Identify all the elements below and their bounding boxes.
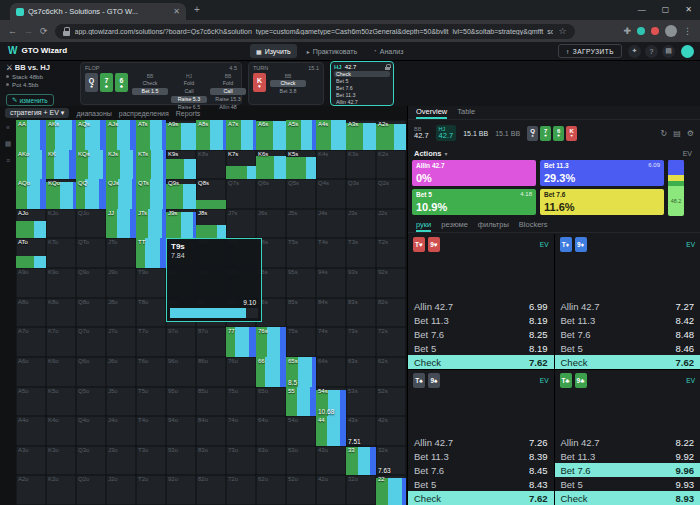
- matrix-cell-T4s[interactable]: T4s: [316, 238, 346, 268]
- matrix-cell-KTs[interactable]: KTs: [136, 150, 166, 180]
- grid-icon[interactable]: ▦: [5, 140, 12, 148]
- matrix-cell-JTs[interactable]: JTs: [136, 209, 166, 239]
- matrix-cell-Q6o[interactable]: Q6o: [76, 357, 106, 387]
- matrix-cell-43o[interactable]: 43o: [316, 446, 346, 476]
- help-icon[interactable]: ?: [645, 45, 658, 58]
- matrix-cell-KK[interactable]: KK: [46, 150, 76, 180]
- matrix-cell-JTo[interactable]: JTo: [106, 238, 136, 268]
- matrix-cell-J2s[interactable]: J2s: [376, 209, 406, 239]
- collapse-icon[interactable]: «: [6, 124, 10, 131]
- chevron-down-icon[interactable]: ▾: [445, 150, 448, 157]
- browser-profile-avatar[interactable]: [665, 25, 677, 37]
- matrix-cell-T5o[interactable]: T5o: [136, 387, 166, 417]
- matrix-cell-53o[interactable]: 53o: [286, 446, 316, 476]
- matrix-cell-A2o[interactable]: A2o: [16, 475, 46, 505]
- matrix-cell-T5s[interactable]: T5s: [286, 238, 316, 268]
- matrix-cell-73s[interactable]: 73s: [346, 327, 376, 357]
- matrix-cell-J4s[interactable]: J4s: [316, 209, 346, 239]
- action-tile-Bet 5[interactable]: Bet 54.1810.9%: [412, 189, 536, 215]
- matrix-cell-A4s[interactable]: A4s: [316, 120, 346, 150]
- matrix-cell-K5o[interactable]: K5o: [46, 387, 76, 417]
- action-chip-Fold[interactable]: Fold: [210, 80, 246, 87]
- matrix-cell-QQ[interactable]: QQ: [76, 179, 106, 209]
- matrix-cell-J5o[interactable]: J5o: [106, 387, 136, 417]
- matrix-cell-76s[interactable]: 76s: [256, 327, 286, 357]
- matrix-cell-JJ[interactable]: JJ: [106, 209, 136, 239]
- matrix-cell-J7o[interactable]: J7o: [106, 327, 136, 357]
- matrix-cell-AJo[interactable]: AJo: [16, 209, 46, 239]
- matrix-cell-K8o[interactable]: K8o: [46, 298, 76, 328]
- matrix-cell-86o[interactable]: 86o: [196, 357, 226, 387]
- matrix-cell-63o[interactable]: 63o: [256, 446, 286, 476]
- edit-spot-button[interactable]: ✎изменить: [6, 94, 54, 106]
- action-chip-Raise 15.3[interactable]: Raise 15.3: [210, 96, 246, 103]
- matrix-cell-QJs[interactable]: QJs: [106, 179, 136, 209]
- matrix-cell-K9o[interactable]: K9o: [46, 268, 76, 298]
- hero-action-Allin 42.7[interactable]: Allin 42.7: [334, 99, 390, 105]
- matrix-cell-94s[interactable]: 94s: [316, 268, 346, 298]
- new-tab-button[interactable]: +: [194, 4, 200, 15]
- matrix-cell-75s[interactable]: 75s: [286, 327, 316, 357]
- back-icon[interactable]: ←: [8, 26, 17, 36]
- maximize-button[interactable]: ▢: [662, 3, 670, 17]
- matrix-cell-QJo[interactable]: QJo: [76, 209, 106, 239]
- hero-action-Bet 11.3[interactable]: Bet 11.3: [334, 92, 390, 98]
- matrix-cell-87o[interactable]: 87o: [196, 327, 226, 357]
- matrix-cell-J6o[interactable]: J6o: [106, 357, 136, 387]
- action-chip-Check[interactable]: Check: [132, 80, 168, 87]
- matrix-cell-KQs[interactable]: KQs: [76, 150, 106, 180]
- matrix-cell-Q4s[interactable]: Q4s: [316, 179, 346, 209]
- matrix-cell-74o[interactable]: 74o: [226, 416, 256, 446]
- matrix-cell-K7o[interactable]: K7o: [46, 327, 76, 357]
- tab-фильтры[interactable]: фильтры: [478, 218, 509, 232]
- hand-card-Ts9s[interactable]: T♠9♠EVAllin 42.77.26Bet 11.38.39Bet 7.68…: [408, 370, 554, 505]
- hand-card-Td9d[interactable]: T♦9♦EVAllin 42.77.27Bet 11.38.42Bet 7.68…: [555, 234, 700, 369]
- action-chip-Bet 3.8[interactable]: Bet 3.8: [270, 88, 306, 95]
- matrix-cell-95s[interactable]: 95s: [286, 268, 316, 298]
- matrix-cell-TT[interactable]: TT: [136, 238, 166, 268]
- browser-menu-icon[interactable]: ⋮: [683, 26, 692, 36]
- reload-icon[interactable]: ⟳: [40, 26, 48, 36]
- matrix-cell-84s[interactable]: 84s: [316, 298, 346, 328]
- user-avatar[interactable]: [681, 45, 694, 58]
- action-chip-Call[interactable]: Call: [210, 88, 246, 95]
- matrix-cell-AJs[interactable]: AJs: [106, 120, 136, 150]
- matrix-cell-T6o[interactable]: T6o: [136, 357, 166, 387]
- matrix-cell-J2o[interactable]: J2o: [106, 475, 136, 505]
- nav-item-Практиковать[interactable]: ▸Практиковать: [301, 44, 363, 58]
- tab-Blockers[interactable]: Blockers: [519, 218, 548, 232]
- matrix-cell-83s[interactable]: 83s: [346, 298, 376, 328]
- matrix-cell-76o[interactable]: 76o: [226, 357, 256, 387]
- matrix-cell-A7o[interactable]: A7o: [16, 327, 46, 357]
- upload-button[interactable]: ↑ЗАГРУЗИТЬ: [558, 44, 622, 58]
- action-tile-Bet 7.6[interactable]: Bet 7.611.6%: [540, 189, 664, 215]
- matrix-cell-AKs[interactable]: AKs: [46, 120, 76, 150]
- ev-toggle[interactable]: EV: [683, 150, 692, 157]
- matrix-cell-Q3o[interactable]: Q3o: [76, 446, 106, 476]
- matrix-cell-KQo[interactable]: KQo: [46, 179, 76, 209]
- matrix-cell-A6o[interactable]: A6o: [16, 357, 46, 387]
- matrix-cell-A8s[interactable]: A8s: [196, 120, 226, 150]
- hero-action-Check[interactable]: Check: [334, 71, 390, 77]
- matrix-cell-T2s[interactable]: T2s: [376, 238, 406, 268]
- extension-icon[interactable]: [651, 27, 659, 35]
- matrix-cell-J7s[interactable]: J7s: [226, 209, 256, 239]
- matrix-cell-92s[interactable]: 92s: [376, 268, 406, 298]
- matrix-cell-A4o[interactable]: A4o: [16, 416, 46, 446]
- matrix-cell-Q8s[interactable]: Q8s: [196, 179, 226, 209]
- tab-close-icon[interactable]: ✕: [173, 7, 180, 16]
- matrix-cell-QTo[interactable]: QTo: [76, 238, 106, 268]
- matrix-cell-ATo[interactable]: ATo: [16, 238, 46, 268]
- app-logo[interactable]: W GTO Wizard: [8, 45, 67, 56]
- matrix-cell-J5s[interactable]: J5s: [286, 209, 316, 239]
- matrix-cell-A9o[interactable]: A9o: [16, 268, 46, 298]
- matrix-cell-AQo[interactable]: AQo: [16, 179, 46, 209]
- matrix-cell-Q8o[interactable]: Q8o: [76, 298, 106, 328]
- browser-tab[interactable]: Qs7c6cKh - Solutions - GTO W... ✕: [10, 3, 186, 20]
- matrix-cell-Q7s[interactable]: Q7s: [226, 179, 256, 209]
- tab-overview[interactable]: Overview: [416, 106, 447, 119]
- matrix-cell-Q5o[interactable]: Q5o: [76, 387, 106, 417]
- forward-icon[interactable]: →: [24, 26, 33, 36]
- matrix-cell-82o[interactable]: 82o: [196, 475, 226, 505]
- tab-диапазоны[interactable]: диапазоны: [76, 110, 111, 117]
